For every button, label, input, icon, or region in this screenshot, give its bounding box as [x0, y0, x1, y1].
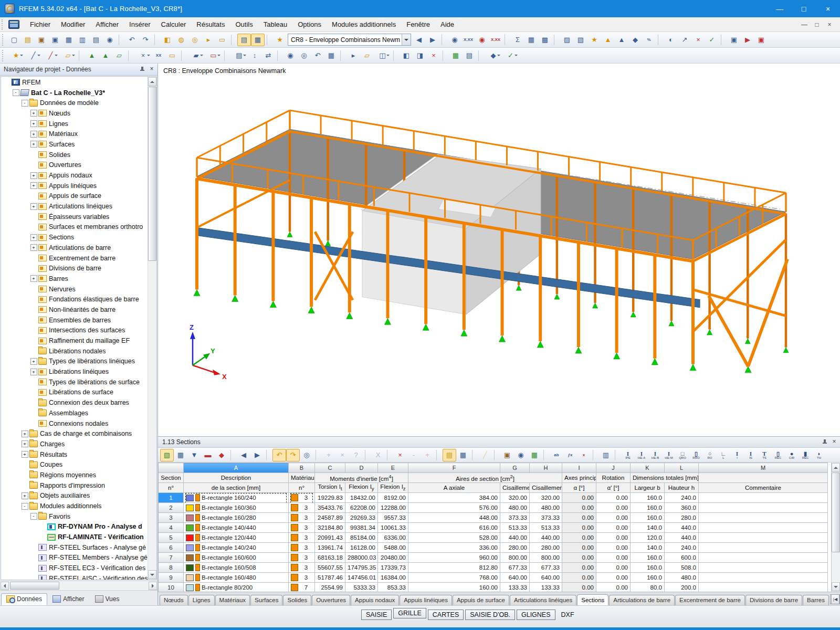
tree-item[interactable]: + Types de libérations linéiques — [1, 356, 148, 367]
cisaillement-z-cell[interactable]: 480.00 — [530, 503, 562, 513]
calculation-table-button[interactable]: ▦ — [524, 34, 538, 46]
cisaillement-y-cell[interactable]: 280.00 — [500, 543, 530, 553]
edit-cell-button[interactable]: ╱ — [478, 449, 492, 461]
column-letter[interactable]: H — [530, 463, 562, 473]
alpha-prime-cell[interactable]: 0.00 — [596, 553, 631, 563]
hauteur-cell[interactable]: 440.0 — [665, 533, 699, 543]
menu-item[interactable]: Résultats — [191, 18, 230, 31]
cisaillement-z-cell[interactable]: 280.00 — [530, 543, 562, 553]
description-cell[interactable]: B-rectangle 140/240 — [184, 543, 289, 553]
tree-item[interactable]: + Appuis linéiques — [1, 181, 148, 191]
tree-item[interactable]: Connexions nodales — [1, 418, 148, 429]
table-settings-button[interactable]: ▦ — [456, 449, 470, 461]
scroll-up-icon[interactable] — [832, 463, 840, 472]
numbering-button[interactable]: ▦ — [449, 49, 463, 62]
alpha-cell[interactable]: 0.00 — [562, 563, 596, 573]
column-letter[interactable]: M — [699, 463, 828, 473]
status-toggle-button[interactable]: GRILLE — [393, 608, 426, 618]
torsion-cell[interactable]: 55607.55 — [315, 563, 345, 573]
torsion-cell[interactable]: 2554.99 — [315, 583, 345, 592]
annotation-button[interactable]: XX — [152, 49, 165, 62]
pan-button[interactable]: ◍ — [174, 34, 188, 46]
tree-expand-icon[interactable]: + — [30, 182, 37, 189]
model-viewport[interactable]: CR8 : Enveloppe Combinaisons Newmark ZXY — [158, 64, 840, 437]
cisaillement-z-cell[interactable]: 677.33 — [530, 563, 562, 573]
column-letter[interactable] — [159, 463, 184, 473]
calculate-all-button[interactable]: Σ — [511, 34, 524, 46]
cisaillement-y-cell[interactable]: 677.33 — [500, 563, 530, 573]
column-letter[interactable]: L — [665, 463, 699, 473]
report-button[interactable]: ▣ — [727, 34, 741, 46]
section-ro-button[interactable]: ○RO — [703, 449, 717, 461]
hauteur-cell[interactable]: 280.0 — [665, 513, 699, 523]
column-letter[interactable]: D — [345, 463, 378, 473]
display-properties-button[interactable]: ▨ — [560, 34, 574, 46]
section-l-button[interactable]: ∟L — [717, 449, 730, 461]
commentaire-cell[interactable] — [699, 583, 828, 592]
tree-item[interactable]: - Bat C - La Rochelle_V3* — [1, 88, 148, 98]
tree-item[interactable]: Libérations de surface — [1, 387, 148, 398]
status-toggle-button[interactable]: GLIGNES — [517, 610, 555, 620]
table-layout-button[interactable]: ▦ — [251, 34, 265, 46]
row-number-cell[interactable]: 2 — [159, 503, 184, 513]
new-line-support-button[interactable]: ▲ — [99, 49, 112, 62]
hauteur-cell[interactable]: 240.0 — [665, 493, 699, 503]
column-letter[interactable]: I — [562, 463, 596, 473]
tree-item[interactable]: Appuis de surface — [1, 191, 148, 202]
status-toggle-button[interactable]: DXF — [557, 610, 579, 620]
column-letter[interactable]: A — [184, 463, 289, 473]
tree-item[interactable]: - Modules additionnels — [1, 501, 148, 511]
torsion-cell[interactable]: 13961.74 — [315, 543, 345, 553]
tree-item[interactable]: + Résultats — [1, 449, 148, 460]
scroll-down-icon[interactable] — [832, 582, 840, 591]
tree-expand-icon[interactable]: + — [30, 369, 37, 375]
delete-row-button[interactable]: × — [335, 449, 349, 461]
flexion-y-cell[interactable]: 288000.03 — [345, 553, 378, 563]
tree-expand-icon[interactable]: + — [30, 110, 37, 117]
tree-item[interactable]: Coupes — [1, 459, 148, 470]
append-entry-button[interactable]: + — [421, 449, 434, 461]
flexion-z-cell[interactable]: 5488.00 — [378, 543, 408, 553]
hauteur-cell[interactable]: 360.0 — [665, 503, 699, 513]
percent-button[interactable]: % — [642, 34, 656, 46]
move-view-button[interactable]: ↗ — [678, 34, 691, 46]
section-qro-button[interactable]: □QRO — [676, 449, 689, 461]
cisaillement-y-cell[interactable]: 640.00 — [500, 573, 530, 583]
load-case-combobox[interactable]: CR8 - Enveloppe Combinaisons Newm — [288, 34, 411, 46]
flexion-z-cell[interactable]: 10061.33 — [378, 523, 408, 533]
section-hem-button[interactable]: IHE-M — [662, 449, 676, 461]
cisaillement-y-cell[interactable]: 133.33 — [500, 583, 530, 592]
table-sheet-tab[interactable]: Surfaces — [250, 595, 282, 605]
tree-expand-icon[interactable]: + — [30, 203, 37, 210]
table-down-button[interactable]: ▼ — [187, 449, 201, 461]
print-preview-button[interactable]: ◉ — [103, 34, 117, 46]
largeur-cell[interactable]: 140.0 — [631, 523, 665, 533]
pin-icon[interactable] — [139, 66, 146, 73]
a-axiale-cell[interactable]: 960.00 — [408, 553, 500, 563]
tree-item[interactable]: Ouvertures — [1, 160, 148, 171]
flexion-z-cell[interactable]: 16384.00 — [378, 573, 408, 583]
description-cell[interactable]: B-rectangle 160/508 — [184, 563, 289, 573]
table-cut-button[interactable]: ▬ — [201, 449, 215, 461]
largeur-cell[interactable]: 140.0 — [631, 543, 665, 553]
result-values-button[interactable]: X.XX — [461, 34, 475, 46]
alpha-cell[interactable]: 0.00 — [562, 573, 596, 583]
next-table-button[interactable]: ▶ — [250, 449, 264, 461]
table-close-icon[interactable]: × — [831, 438, 838, 446]
hauteur-cell[interactable]: 440.0 — [665, 523, 699, 533]
tree-item[interactable]: RF-LAMINATE - Vérification — [1, 532, 148, 542]
material-cell[interactable]: 3 — [289, 523, 315, 533]
menu-item[interactable]: Options — [292, 18, 327, 31]
pin-icon[interactable] — [821, 438, 828, 446]
new-surface-button[interactable]: ▱ — [112, 49, 126, 62]
alpha-cell[interactable]: 0.00 — [562, 543, 596, 553]
cisaillement-z-cell[interactable]: 373.33 — [530, 513, 562, 523]
column-letter[interactable]: E — [378, 463, 408, 473]
new-nodal-support-button[interactable]: ▲ — [85, 49, 99, 62]
status-toggle-button[interactable]: CARTES — [428, 610, 464, 620]
section-rec2-button[interactable]: ▮REC — [799, 449, 812, 461]
table-sheet-tab[interactable]: Barres — [803, 595, 829, 605]
result-diagram-button[interactable]: ◆ — [215, 449, 228, 461]
section-ipe-button[interactable]: IIPE — [621, 449, 635, 461]
tree-item[interactable]: Types de libérations de surface — [1, 377, 148, 387]
